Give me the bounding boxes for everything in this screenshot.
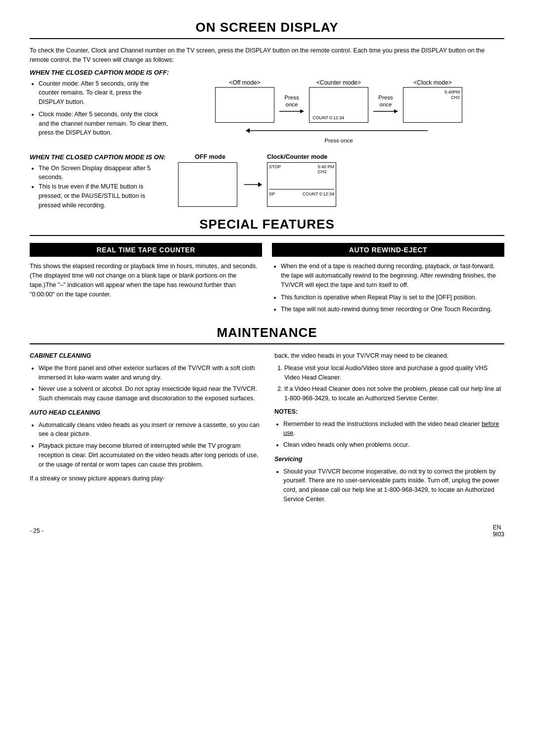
arrow-right-1 — [279, 108, 304, 115]
cc-on-left: WHEN THE CLOSED CAPTION MODE IS ON: The … — [30, 153, 168, 210]
title-divider — [30, 38, 504, 39]
real-time-header: REAL TIME TAPE COUNTER — [30, 243, 262, 257]
cc-on-right: OFF mode Clock/Counter mode STOP 5:40 PM… — [178, 153, 504, 210]
on-screen-display-section: ON SCREEN DISPLAY To check the Counter, … — [30, 20, 504, 210]
page-title: ON SCREEN DISPLAY — [30, 20, 504, 35]
maint-two-col: CABINET CLEANING Wipe the front panel an… — [30, 351, 504, 509]
stop-label: STOP — [269, 164, 281, 174]
notes-bullet-1: Remember to read the instructions includ… — [283, 420, 504, 438]
maintenance-section: MAINTENANCE CABINET CLEANING Wipe the fr… — [30, 325, 504, 509]
press-once-bottom: Press once — [324, 138, 353, 143]
maintenance-title: MAINTENANCE — [30, 325, 504, 340]
real-time-text: This shows the elapsed recording or play… — [30, 262, 262, 299]
auto-rewind-header: AUTO REWIND-EJECT — [272, 243, 504, 257]
arrow-right-2 — [373, 108, 398, 115]
cc-off-heading: WHEN THE CLOSED CAPTION MODE IS OFF: — [30, 69, 504, 76]
arrow-2: Pressonce — [368, 94, 403, 115]
maint-left-col: CABINET CLEANING Wipe the front panel an… — [30, 351, 260, 509]
maint-divider — [30, 343, 504, 344]
auto-head-heading: AUTO HEAD CLEANING — [30, 408, 260, 418]
off-mode-diagram-box — [178, 162, 237, 207]
cc-on-bullet-2: This is true even if the MUTE button is … — [39, 182, 168, 210]
clock-mode-display-top: 5:40 PMCH2 — [317, 164, 334, 174]
en-label: EN — [493, 524, 501, 531]
special-features-section: SPECIAL FEATURES REAL TIME TAPE COUNTER … — [30, 217, 504, 317]
cabinet-heading: CABINET CLEANING — [30, 351, 260, 361]
sp-label: SP — [269, 191, 275, 196]
press-once-2: Pressonce — [378, 94, 393, 108]
auto-head-extra: If a streaky or snowy picture appears du… — [30, 474, 260, 483]
return-arrow-row — [203, 125, 475, 137]
footer-right: EN 9I03 — [493, 524, 504, 538]
notes-bullet-2: Clean video heads only when problems occ… — [283, 440, 504, 450]
svg-marker-3 — [394, 109, 398, 113]
arrow-1: Pressonce — [274, 94, 309, 115]
auto-rewind-bullet-3: The tape will not auto-rewind during tim… — [281, 305, 504, 314]
auto-rewind-bullet-1: When the end of a tape is reached during… — [281, 262, 504, 289]
page-footer: - 25 - EN 9I03 — [30, 524, 504, 538]
cc-off-block: WHEN THE CLOSED CAPTION MODE IS OFF: Cou… — [30, 69, 504, 143]
special-features-title: SPECIAL FEATURES — [30, 217, 504, 232]
clock-counter-col-label: Clock/Counter mode — [267, 153, 327, 160]
real-time-col: REAL TIME TAPE COUNTER This shows the el… — [30, 243, 262, 317]
cc-off-bullets-list: Counter mode: After 5 seconds, only the … — [30, 79, 168, 141]
clock-display: 5:40PMCH2 — [445, 90, 460, 101]
cabinet-bullet-1: Wipe the front panel and other exterior … — [39, 364, 260, 382]
cabinet-bullet-2: Never use a solvent or alcohol. Do not s… — [39, 384, 260, 403]
cc-off-bullet-2: Clock mode: After 5 seconds, only the cl… — [39, 110, 168, 138]
features-two-col: REAL TIME TAPE COUNTER This shows the el… — [30, 243, 504, 317]
cc-on-heading: WHEN THE CLOSED CAPTION MODE IS ON: — [30, 153, 168, 161]
mode-diagram-area: <Off mode> <Counter mode> <Clock mode> P… — [173, 79, 504, 143]
svg-marker-5 — [246, 128, 250, 133]
cc-off-content: Counter mode: After 5 seconds, only the … — [30, 79, 504, 143]
svg-marker-7 — [258, 182, 262, 187]
mode-labels-row: <Off mode> <Counter mode> <Clock mode> — [215, 79, 462, 86]
cc-off-bullet-1: Counter mode: After 5 seconds, only the … — [39, 79, 168, 107]
servicing-heading: Servicing — [274, 455, 504, 464]
return-arrow-svg — [245, 125, 433, 137]
off-clock-diagram: STOP 5:40 PMCH2 SP COUNT 0:12:34 — [178, 162, 504, 207]
cc-on-bullet-1: The On Screen Display disappear after 5 … — [39, 164, 168, 183]
right-ol-2: If a Video Head Cleaner does not solve t… — [284, 384, 504, 403]
off-mode-label: <Off mode> — [215, 79, 274, 86]
auto-head-bullet-2: Playback picture may become blurred of i… — [39, 441, 260, 469]
counter-mode-box: COUNT 0:12:34 — [309, 87, 368, 123]
auto-head-bullet-1: Automatically cleans video heads as you … — [39, 421, 260, 439]
press-once-1: Pressonce — [284, 94, 299, 108]
special-divider — [30, 235, 504, 236]
auto-rewind-col: AUTO REWIND-EJECT When the end of a tape… — [272, 243, 504, 317]
clock-mode-box: 5:40PMCH2 — [403, 87, 462, 123]
cc-on-block: WHEN THE CLOSED CAPTION MODE IS ON: The … — [30, 153, 504, 210]
counter-mode-label: <Counter mode> — [309, 79, 368, 86]
servicing-bullet-1: Should your TV/VCR become inoperative, d… — [283, 467, 504, 504]
off-mode-box — [215, 87, 274, 123]
svg-marker-1 — [300, 109, 304, 113]
mode-flow-diagram: Pressonce COUNT 0:12:34 Pressonce — [215, 87, 462, 123]
right-ol-1: Please visit your local Audio/Video stor… — [284, 364, 504, 382]
intro-paragraph: To check the Counter, Clock and Channel … — [30, 46, 504, 65]
off-mode-col-label: OFF mode — [178, 153, 242, 160]
notes-label: NOTES: — [274, 407, 504, 417]
clock-mode-label: <Clock mode> — [403, 79, 462, 86]
off-to-clock-arrow — [242, 162, 262, 207]
off-clock-labels: OFF mode Clock/Counter mode — [178, 153, 504, 160]
model-label: 9I03 — [493, 531, 504, 538]
auto-rewind-bullet-2: This function is operative when Repeat P… — [281, 293, 504, 302]
right-col-text-1: back, the video heads in your TV/VCR may… — [274, 351, 504, 361]
page-number: - 25 - — [30, 527, 44, 534]
count-label-bottom: COUNT 0:12:34 — [303, 191, 334, 196]
counter-display: COUNT 0:12:34 — [312, 115, 344, 120]
maint-right-col: back, the video heads in your TV/VCR may… — [274, 351, 504, 509]
clock-mode-diagram-box: STOP 5:40 PMCH2 SP COUNT 0:12:34 — [267, 162, 336, 207]
